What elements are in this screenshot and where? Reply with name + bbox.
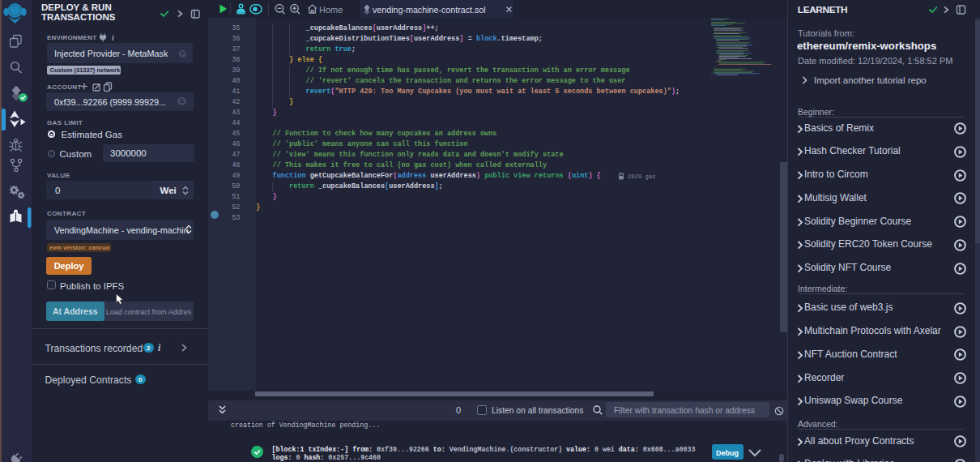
svg-text:i: i (112, 33, 114, 42)
